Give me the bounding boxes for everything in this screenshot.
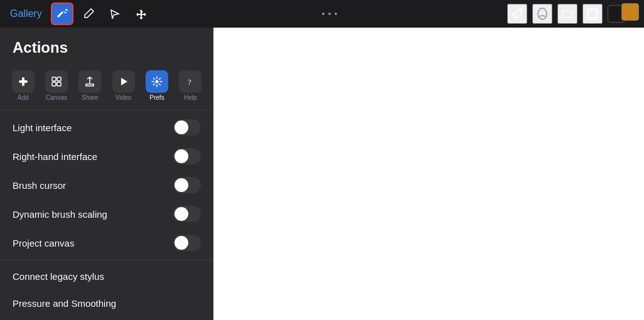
link-connect-stylus[interactable]: Connect legacy stylus: [0, 263, 213, 290]
tab-video[interactable]: Video: [108, 67, 139, 105]
transform-tool-button[interactable]: [130, 3, 153, 25]
toggle-project-canvas-label: Project canvas: [13, 238, 74, 248]
tab-canvas[interactable]: Canvas: [41, 67, 72, 105]
actions-panel: Actions Add: [0, 28, 213, 320]
video-icon: [118, 76, 129, 87]
brush-icon: [510, 6, 525, 21]
link-gesture-controls[interactable]: Gesture controls: [0, 317, 213, 320]
tab-video-icon: [112, 70, 135, 93]
tab-share[interactable]: Share: [75, 67, 105, 105]
smudge-tool-button[interactable]: [532, 4, 552, 24]
edit-icon: [82, 8, 95, 20]
svg-rect-6: [52, 77, 56, 81]
link-connect-stylus-label: Connect legacy stylus: [13, 271, 104, 282]
toggle-right-hand-label: Right-hand interface: [13, 151, 97, 162]
toggle-right-hand-switch[interactable]: [173, 148, 201, 164]
toolbar-left: Gallery: [5, 3, 153, 25]
svg-marker-10: [121, 78, 127, 85]
tab-help[interactable]: ? Help: [175, 67, 206, 105]
toggle-dynamic-brush-switch[interactable]: [173, 206, 201, 222]
top-toolbar: Gallery: [0, 0, 644, 28]
toolbar-right: [507, 4, 639, 24]
tab-help-label: Help: [184, 94, 197, 101]
tab-share-label: Share: [82, 94, 99, 101]
toggle-light-interface-switch[interactable]: [173, 119, 201, 136]
wrench-icon: [56, 8, 68, 20]
toggle-project-canvas-knob: [174, 236, 188, 250]
toggle-light-interface-knob: [174, 120, 188, 134]
color-swatch-primary[interactable]: [621, 3, 639, 21]
toggle-section: Light interface Right-hand interface Bru…: [0, 110, 213, 260]
color-swatches: [608, 5, 639, 23]
dot-3: [335, 13, 337, 15]
toggle-brush-cursor-switch[interactable]: [173, 177, 201, 193]
toggle-right-hand-knob: [174, 149, 188, 163]
toggle-dynamic-brush-knob: [174, 207, 188, 221]
layers-icon: [585, 6, 600, 21]
tab-prefs-icon: [146, 70, 168, 93]
svg-rect-3: [589, 10, 596, 18]
selection-icon: [109, 8, 121, 20]
tab-help-icon: ?: [179, 70, 201, 93]
layers-tool-button[interactable]: [582, 4, 603, 24]
svg-rect-8: [52, 82, 56, 86]
toggle-dynamic-brush: Dynamic brush scaling: [0, 200, 213, 228]
toggle-brush-cursor-label: Brush cursor: [13, 180, 66, 191]
link-section: Connect legacy stylus Pressure and Smoot…: [0, 260, 213, 320]
toggle-dynamic-brush-label: Dynamic brush scaling: [13, 209, 107, 220]
toggle-project-canvas: Project canvas: [0, 228, 213, 257]
svg-rect-9: [57, 82, 61, 86]
gallery-button[interactable]: Gallery: [5, 6, 47, 22]
svg-point-11: [155, 80, 158, 83]
svg-point-0: [538, 8, 547, 19]
toggle-light-interface-label: Light interface: [13, 122, 72, 133]
link-pressure-smoothing[interactable]: Pressure and Smoothing: [0, 290, 213, 317]
actions-title: Actions: [0, 28, 213, 64]
toggle-light-interface: Light interface: [0, 113, 213, 142]
dot-1: [322, 13, 325, 15]
smudge-icon: [535, 6, 550, 21]
selection-tool-button[interactable]: [104, 3, 126, 25]
svg-rect-1: [562, 11, 572, 18]
wrench-tool-button[interactable]: [51, 3, 73, 25]
tab-share-icon: [78, 70, 101, 93]
svg-text:?: ?: [188, 77, 191, 87]
toggle-right-hand: Right-hand interface: [0, 142, 213, 171]
share-icon: [84, 76, 95, 87]
help-icon: ?: [185, 76, 196, 87]
link-pressure-smoothing-label: Pressure and Smoothing: [13, 298, 116, 309]
tab-prefs-label: Prefs: [149, 94, 164, 101]
eraser-tool-button[interactable]: [557, 4, 577, 24]
edit-tool-button[interactable]: [77, 3, 100, 25]
dot-2: [328, 13, 331, 15]
main-content: Actions Add: [0, 28, 644, 320]
actions-tabs: Add Canvas: [0, 64, 213, 110]
toggle-project-canvas-switch[interactable]: [173, 235, 201, 251]
tab-add-label: Add: [18, 94, 29, 101]
eraser-icon: [560, 6, 575, 21]
toolbar-center: [321, 13, 338, 15]
svg-rect-7: [57, 77, 61, 81]
tab-add[interactable]: Add: [8, 67, 38, 105]
brush-tool-button[interactable]: [507, 4, 527, 24]
tab-canvas-label: Canvas: [46, 94, 67, 101]
prefs-icon: [151, 76, 163, 87]
svg-rect-5: [19, 80, 28, 83]
tab-video-label: Video: [115, 94, 131, 101]
add-icon: [18, 76, 29, 87]
transform-icon: [135, 8, 148, 20]
toggle-brush-cursor-knob: [174, 178, 188, 192]
toggle-brush-cursor: Brush cursor: [0, 171, 213, 200]
tab-add-icon: [12, 70, 35, 93]
tab-canvas-icon: [45, 70, 68, 93]
canvas-icon: [51, 76, 62, 87]
tab-prefs[interactable]: Prefs: [141, 67, 172, 105]
